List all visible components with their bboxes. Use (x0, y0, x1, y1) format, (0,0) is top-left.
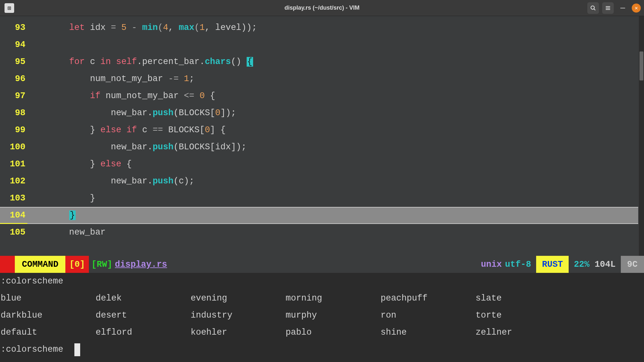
titlebar: ⊞ display.rs (~/dust/src) - VIM — ✕ (0, 0, 644, 16)
status-line: COMMAND [0] [RW] display.rs unix utf-8 R… (0, 256, 644, 273)
code-line[interactable]: } (27, 207, 638, 224)
completion-item[interactable]: slate (476, 290, 571, 307)
completion-item[interactable]: ron (381, 307, 476, 324)
completion-item[interactable]: shine (381, 324, 476, 341)
minimize-button[interactable]: — (617, 4, 629, 12)
code-line[interactable]: if num_not_my_bar <= 0 { (27, 88, 638, 105)
completion-item[interactable]: elflord (96, 324, 191, 341)
svg-line-1 (594, 9, 595, 10)
vim-mode: COMMAND (15, 256, 65, 273)
code-line[interactable]: let idx = 5 - min(4, max(1, level)); (27, 19, 638, 36)
line-number: 96 (0, 70, 27, 88)
file-encoding: utf-8 (505, 260, 536, 269)
editor-area[interactable]: 93949596979899100101102103104105 let idx… (0, 16, 644, 256)
line-number: 103 (0, 190, 27, 207)
code-line[interactable]: for c in self.percent_bar.chars() { (27, 53, 638, 70)
completion-item[interactable]: delek (96, 290, 191, 307)
svg-point-0 (591, 6, 594, 9)
completion-item[interactable]: koehler (191, 324, 286, 341)
line-number: 95 (0, 53, 27, 70)
command-line[interactable]: :colorscheme (0, 341, 644, 358)
command-echo: :colorscheme (0, 273, 644, 290)
line-number: 102 (0, 173, 27, 190)
completion-item[interactable]: torte (476, 307, 571, 324)
window-title: display.rs (~/dust/src) - VIM (284, 5, 359, 11)
line-number: 101 (0, 156, 27, 173)
line-number: 98 (0, 105, 27, 122)
search-icon[interactable] (587, 2, 599, 14)
completion-item[interactable]: zellner (476, 324, 571, 341)
code-line[interactable]: } else { (27, 156, 638, 173)
status-indicator (0, 256, 15, 273)
cursor (74, 343, 80, 356)
completion-item[interactable]: evening (191, 290, 286, 307)
line-number: 99 (0, 122, 27, 139)
completion-item[interactable]: blue (1, 290, 96, 307)
line-number: 104 (0, 207, 27, 224)
completion-item[interactable]: desert (96, 307, 191, 324)
hamburger-menu-icon[interactable] (602, 2, 614, 14)
code-line[interactable]: new_bar.push(BLOCKS[0]); (27, 105, 638, 122)
column-number: 9C (621, 256, 644, 273)
line-count: 104L (595, 260, 621, 269)
file-format: unix (481, 260, 505, 269)
code-text[interactable]: let idx = 5 - min(4, max(1, level)); for… (27, 16, 638, 241)
code-line[interactable]: num_not_my_bar -= 1; (27, 70, 638, 88)
completion-item[interactable]: industry (191, 307, 286, 324)
scrollbar-thumb[interactable] (639, 51, 643, 80)
completion-item[interactable]: darkblue (1, 307, 96, 324)
completion-item[interactable]: morning (286, 290, 381, 307)
command-input-text: :colorscheme (1, 341, 69, 358)
completion-item[interactable]: default (1, 324, 96, 341)
code-line[interactable]: new_bar (27, 224, 638, 241)
completion-item[interactable]: murphy (286, 307, 381, 324)
code-line[interactable]: } (27, 190, 638, 207)
scroll-percent: 22% (569, 260, 595, 269)
line-number: 93 (0, 19, 27, 36)
code-line[interactable]: } else if c == BLOCKS[0] { (27, 122, 638, 139)
line-number: 94 (0, 36, 27, 53)
scrollbar[interactable] (639, 16, 644, 256)
line-number: 105 (0, 224, 27, 241)
completion-list[interactable]: bluedelekeveningmorningpeachpuffslatedar… (0, 290, 644, 341)
filetype: RUST (536, 256, 569, 273)
completion-item[interactable]: peachpuff (381, 290, 476, 307)
filename: display.rs (115, 260, 167, 269)
line-number-gutter: 93949596979899100101102103104105 (0, 16, 27, 241)
code-line[interactable] (27, 36, 638, 53)
buffer-number: [0] (65, 256, 89, 273)
completion-item[interactable]: pablo (286, 324, 381, 341)
line-number: 97 (0, 88, 27, 105)
close-button[interactable]: ✕ (632, 4, 641, 13)
code-line[interactable]: new_bar.push(c); (27, 173, 638, 190)
code-line[interactable]: new_bar.push(BLOCKS[idx]); (27, 139, 638, 156)
app-icon: ⊞ (5, 3, 14, 13)
readwrite-flag: [RW] (89, 260, 115, 269)
titlebar-controls: — ✕ (587, 2, 641, 14)
line-number: 100 (0, 139, 27, 156)
